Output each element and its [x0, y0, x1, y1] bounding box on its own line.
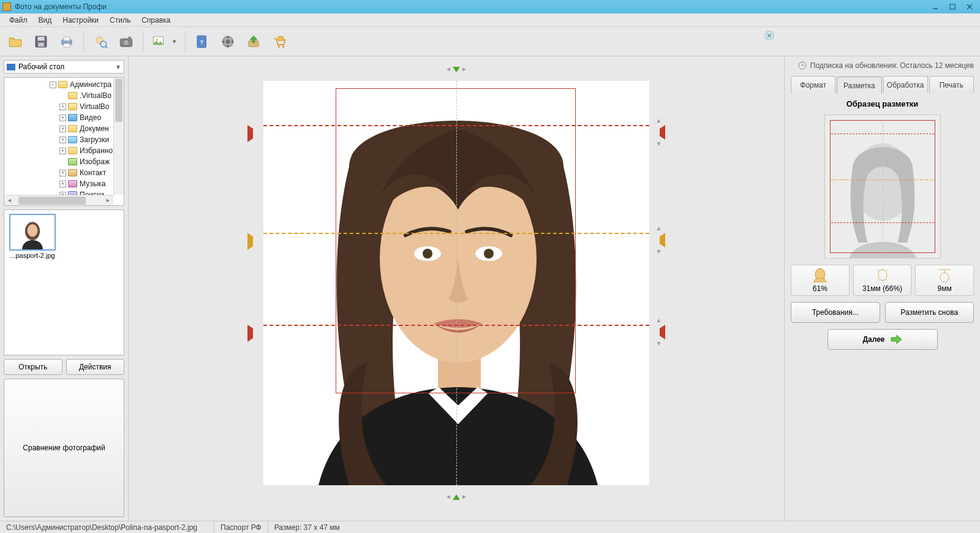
requirements-button[interactable]: Требования... [791, 302, 880, 323]
arrow-right-icon [890, 335, 902, 344]
svg-point-25 [232, 40, 233, 42]
open-button[interactable]: Открыть [4, 359, 62, 375]
tree-expander[interactable]: − [50, 81, 56, 88]
tab-format[interactable]: Формат [791, 76, 835, 93]
subscription-status: Подписка на обновления: Осталось 12 меся… [791, 61, 974, 70]
help-button[interactable]: ? [190, 30, 214, 53]
metric-face-height: 31мм (66%) [853, 265, 912, 296]
guide-chin-right-handle[interactable]: ▲▼ [652, 317, 665, 347]
svg-rect-5 [37, 36, 44, 40]
tab-print[interactable]: Печать [929, 76, 974, 93]
tree-item-label[interactable]: .VirtualBo [80, 91, 111, 100]
head-icon [812, 268, 829, 282]
sample-title: Образец разметки [791, 99, 974, 108]
metric-head-percent: 61% [791, 265, 850, 296]
tree-expander[interactable]: + [59, 126, 66, 132]
minimize-button[interactable] [927, 2, 943, 12]
svg-point-24 [222, 40, 224, 42]
menu-settings[interactable]: Настройки [57, 16, 104, 25]
folder-icon [68, 114, 77, 121]
top-margin-icon [936, 268, 953, 282]
svg-rect-6 [38, 42, 44, 47]
folder-icon [68, 92, 77, 99]
next-label: Далее [862, 335, 884, 344]
camera-button[interactable] [115, 30, 138, 53]
svg-rect-9 [64, 43, 70, 47]
crop-top-handle[interactable]: ◄► [445, 66, 467, 72]
menu-file[interactable]: Файл [4, 16, 33, 25]
tree-expander[interactable]: + [59, 115, 66, 121]
svg-text:?: ? [200, 39, 203, 45]
tab-processing[interactable]: Обработка [883, 76, 928, 93]
folder-icon [58, 81, 67, 88]
save-button[interactable] [29, 30, 53, 53]
print-button[interactable] [55, 30, 78, 53]
remark-button[interactable]: Разметить снова [885, 302, 974, 323]
tree-item-label[interactable]: Избранно [80, 146, 113, 155]
tree-horizontal-scrollbar[interactable]: ◄► [4, 195, 113, 205]
tree-item-label[interactable]: Загрузки [80, 135, 109, 144]
next-button[interactable]: Далее [827, 329, 938, 350]
status-size: Размер: 37 x 47 мм [268, 521, 346, 533]
title-bar: Фото на документы Профи [0, 0, 980, 13]
toolbar-divider [143, 31, 143, 52]
location-dropdown[interactable]: Рабочий стол ▼ [4, 60, 124, 74]
location-label: Рабочий стол [18, 62, 64, 71]
right-tabs: Формат Разметка Обработка Печать [791, 76, 974, 93]
svg-point-10 [96, 36, 103, 43]
tree-expander[interactable]: + [59, 104, 66, 110]
tree-vertical-scrollbar[interactable] [113, 78, 124, 195]
thumbnail-item[interactable]: ...pasport-2.jpg [8, 214, 57, 259]
close-button[interactable] [962, 2, 978, 12]
maximize-button[interactable] [944, 2, 960, 12]
guide-top-right-handle[interactable]: ▲▼ [652, 118, 665, 147]
svg-point-27 [278, 45, 280, 47]
tree-expander[interactable]: + [59, 137, 66, 143]
tree-item-label[interactable]: Изображ [80, 157, 110, 166]
window-title: Фото на документы Профи [15, 2, 926, 11]
face-height-icon [874, 268, 891, 282]
tab-markup[interactable]: Разметка [837, 77, 881, 94]
folder-icon [68, 180, 77, 187]
folder-icon [68, 136, 77, 143]
thumbnail-image [9, 214, 56, 251]
main-area: Рабочий стол ▼ −Администра .VirtualBo +V… [0, 56, 980, 521]
panel-close-icon[interactable] [764, 31, 774, 40]
tree-expander[interactable]: + [59, 170, 66, 176]
tree-item-label[interactable]: Музыка [80, 180, 105, 188]
tree-item-label[interactable]: Видео [80, 113, 101, 122]
tutorial-button[interactable] [216, 30, 239, 53]
updates-button[interactable] [242, 30, 265, 53]
tree-expander[interactable]: + [59, 148, 66, 154]
guide-eyes-right-handle[interactable]: ▲▼ [652, 225, 665, 255]
compare-photos-button[interactable]: Сравнение фотографий [4, 379, 124, 517]
shop-button[interactable] [268, 30, 291, 53]
tree-expander[interactable]: + [59, 181, 66, 187]
menu-view[interactable]: Вид [33, 16, 58, 25]
status-path: C:\Users\Администратор\Desktop\Polina-na… [0, 521, 214, 533]
folder-icon [68, 147, 77, 154]
tree-item-label[interactable]: Контакт [80, 168, 106, 177]
svg-point-21 [226, 39, 230, 43]
folder-icon [68, 125, 77, 132]
folder-tree[interactable]: −Администра .VirtualBo +VirtualBo +Видео… [4, 77, 124, 206]
menu-style[interactable]: Стиль [104, 16, 136, 25]
toolbar: ▼ ? [0, 27, 980, 56]
menu-help[interactable]: Справка [136, 16, 176, 25]
editor-canvas-area: ◄► ◄► ▲▼ ▲▼ ▲▼ ▲▼ ▲▼ ▲▼ [129, 56, 784, 521]
actions-button[interactable]: Действия [66, 359, 125, 375]
open-folder-button[interactable] [4, 30, 27, 53]
photo-canvas[interactable] [263, 81, 649, 485]
tree-item-label[interactable]: VirtualBo [80, 102, 109, 111]
app-icon [2, 2, 11, 11]
photo-gallery-dropdown[interactable]: ▼ [148, 30, 180, 53]
subscription-text: Подписка на обновления: Осталось 12 меся… [810, 61, 974, 70]
status-bar: C:\Users\Администратор\Desktop\Polina-na… [0, 521, 980, 533]
folder-icon [68, 169, 77, 176]
tree-item-label[interactable]: Докумен [80, 124, 109, 133]
face-detect-button[interactable] [89, 30, 112, 53]
thumbnail-label: ...pasport-2.jpg [10, 252, 55, 259]
crop-bottom-handle[interactable]: ◄► [445, 494, 467, 500]
crop-rectangle[interactable] [336, 88, 576, 393]
tree-item-label[interactable]: Администра [70, 80, 111, 89]
